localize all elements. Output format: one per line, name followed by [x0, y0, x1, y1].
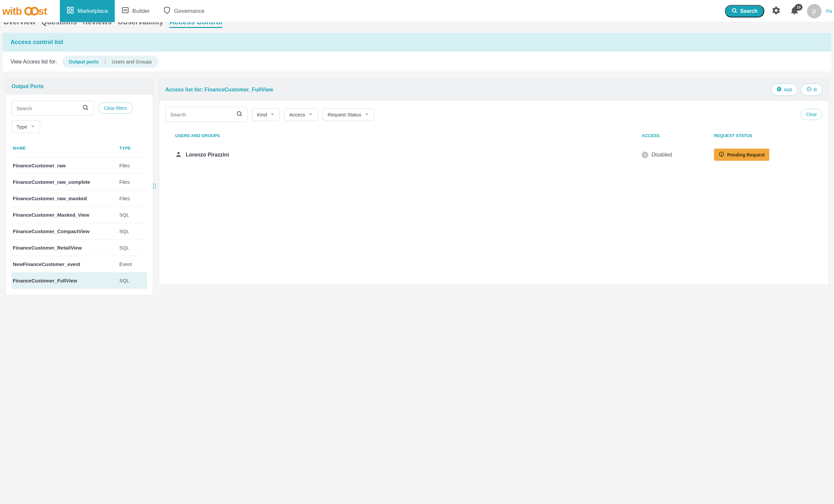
view-access-list-row: View Access list for: Output ports | Use…	[3, 51, 831, 72]
notifications-count-badge: 10	[795, 4, 802, 10]
svg-point-25	[153, 183, 154, 184]
search-icon	[731, 7, 737, 15]
svg-point-19	[177, 152, 180, 154]
access-list-header: Access list for: FinanceCustomer_FullVie…	[159, 78, 829, 101]
chip-divider: |	[105, 59, 106, 65]
access-cell: Disabled	[642, 152, 711, 158]
output-port-row[interactable]: FinanceCustomer_raw Files	[12, 157, 147, 174]
access-list-columns: USERS AND GROUPS ACCESS REQUEST STATUS	[166, 130, 822, 144]
settings-button[interactable]	[770, 5, 783, 18]
output-ports-search-input[interactable]	[17, 106, 79, 111]
svg-rect-5	[71, 7, 73, 9]
code-icon	[121, 6, 129, 16]
output-port-row[interactable]: FinanceCustomer_RetailView SQL	[12, 239, 147, 256]
search-icon	[82, 104, 89, 112]
svg-point-12	[83, 105, 87, 109]
col-access: ACCESS	[642, 133, 711, 138]
svg-line-18	[241, 115, 242, 116]
filter-access[interactable]: Access	[284, 108, 318, 121]
chevron-down-icon	[308, 112, 313, 117]
output-port-row[interactable]: FinanceCustomer_FullView SQL	[12, 272, 147, 289]
output-ports-header: Output Ports	[5, 78, 153, 95]
gear-icon	[771, 6, 781, 17]
global-search-button[interactable]: Search	[725, 5, 764, 17]
svg-point-29	[153, 188, 154, 189]
output-port-row[interactable]: FinanceCustomer_Masked_View SQL	[12, 206, 147, 223]
col-type: TYPE	[119, 146, 146, 151]
output-ports-type-filter[interactable]: Type	[12, 120, 40, 133]
status-cell: Pending Request	[714, 149, 813, 161]
access-list-search[interactable]	[166, 107, 247, 122]
type-filter-label: Type	[17, 124, 27, 130]
status-text: Pending Request	[727, 152, 765, 157]
status-badge: Pending Request	[714, 149, 769, 161]
filter-request-status[interactable]: Request Status	[323, 108, 374, 121]
output-ports-search[interactable]	[12, 101, 94, 116]
column-resize-handle[interactable]	[153, 183, 156, 190]
output-port-row[interactable]: FinanceCustomer_CompactView SQL	[12, 223, 147, 239]
nav-marketplace[interactable]: Marketplace	[60, 0, 115, 22]
tab-overview[interactable]: Overview	[3, 22, 36, 28]
access-list-search-input[interactable]	[170, 112, 233, 117]
svg-line-9	[125, 9, 126, 11]
view-access-list-label: View Access list for:	[10, 59, 57, 65]
view-chip-group: Output ports | Users and Groups	[62, 56, 158, 68]
svg-point-28	[155, 185, 156, 187]
svg-text:st: st	[39, 5, 48, 17]
chip-output-ports[interactable]: Output ports	[64, 57, 103, 66]
access-list-panel: Access list for: FinanceCustomer_FullVie…	[159, 78, 829, 295]
output-ports-title: Output Ports	[12, 84, 44, 89]
nav-governance[interactable]: Governance	[156, 0, 211, 22]
access-list-clear-filters-button[interactable]: Clear	[800, 109, 822, 120]
svg-point-17	[237, 111, 241, 115]
avatar-letter: p	[812, 7, 816, 15]
remove-button[interactable]: R	[801, 84, 822, 96]
svg-line-11	[736, 12, 737, 13]
tab-observability[interactable]: Observability	[117, 22, 163, 28]
disabled-icon	[642, 152, 648, 158]
notifications-button[interactable]: 10	[788, 5, 801, 18]
avatar-after-text: Pa	[821, 8, 833, 14]
svg-rect-4	[67, 7, 70, 9]
topbar: witb st Marketplace Builder	[0, 0, 834, 22]
avatar[interactable]: p	[807, 4, 821, 18]
output-ports-panel: Output Ports Clear filters Typ	[5, 78, 153, 295]
chevron-down-icon	[30, 124, 35, 130]
svg-point-30	[155, 188, 156, 189]
tab-reviews[interactable]: Reviews	[83, 22, 111, 28]
output-port-row[interactable]: FinanceCustomer_raw_masked Files	[12, 190, 147, 206]
search-icon	[236, 110, 243, 118]
add-button[interactable]: Add	[771, 84, 797, 96]
minus-icon	[806, 86, 812, 93]
user-cell: Lorenzo Pirazzini	[175, 151, 638, 159]
access-list-title: Access list for: FinanceCustomer_FullVie…	[166, 87, 273, 93]
tab-access-control[interactable]: Access Control	[169, 22, 222, 28]
filter-kind[interactable]: Kind	[252, 108, 280, 121]
svg-point-26	[155, 183, 156, 184]
svg-text:witb: witb	[2, 5, 22, 17]
output-ports-clear-filters-button[interactable]: Clear filters	[98, 103, 133, 114]
plus-icon	[776, 86, 782, 93]
acl-header: Access control list	[3, 33, 831, 51]
output-port-row[interactable]: FinanceCustomer_raw_complete Files	[12, 174, 147, 190]
main-columns: Output Ports Clear filters Typ	[3, 72, 831, 301]
access-list-row[interactable]: Lorenzo Pirazzini Disabled Pending Reque…	[166, 144, 822, 166]
logo[interactable]: witb st	[0, 0, 60, 22]
user-name: Lorenzo Pirazzini	[186, 152, 229, 158]
tab-questions[interactable]: Questions	[41, 22, 77, 28]
output-port-row[interactable]: NewFinanceCustomer_event Event	[12, 256, 147, 272]
svg-point-10	[732, 8, 736, 12]
chip-users-groups[interactable]: Users and Groups	[107, 57, 156, 66]
svg-rect-6	[67, 11, 70, 13]
nav-label: Governance	[174, 8, 205, 15]
search-label: Search	[740, 8, 758, 14]
col-status: REQUEST STATUS	[714, 133, 813, 138]
grid-icon	[66, 6, 74, 16]
nav-label: Builder	[132, 8, 150, 15]
svg-line-13	[87, 109, 88, 110]
svg-rect-7	[71, 11, 73, 13]
svg-point-24	[721, 155, 722, 156]
col-name: NAME	[13, 146, 116, 151]
nav-builder[interactable]: Builder	[115, 0, 156, 22]
col-users: USERS AND GROUPS	[175, 133, 638, 138]
